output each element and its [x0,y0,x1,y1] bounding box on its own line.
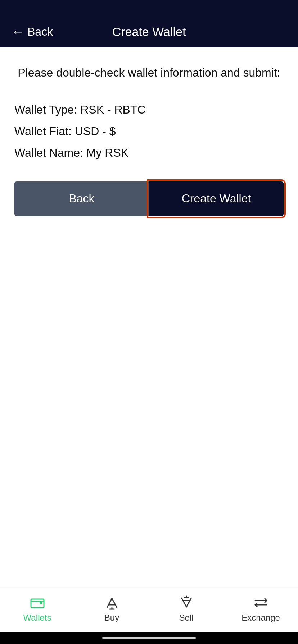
back-label: Back [27,25,53,38]
back-button[interactable]: ← Back [12,24,53,39]
home-indicator [0,632,298,644]
nav-buy-label: Buy [104,613,119,623]
main-content: Please double-check wallet information a… [0,47,298,589]
bottom-navigation: Wallets Buy Sell Exchange [0,589,298,632]
content-spacer [14,216,284,571]
nav-exchange[interactable]: Exchange [224,595,298,623]
header: ← Back Create Wallet [0,16,298,47]
back-step-button[interactable]: Back [14,181,149,216]
nav-wallets-label: Wallets [23,613,51,623]
sell-icon [179,595,194,611]
home-indicator-bar [102,637,196,639]
nav-sell[interactable]: Sell [149,595,224,623]
create-wallet-button[interactable]: Create Wallet [149,181,284,216]
nav-buy[interactable]: Buy [74,595,149,623]
wallet-type: Wallet Type: RSK - RBTC [14,101,284,118]
status-bar [0,0,298,16]
action-buttons: Back Create Wallet [14,181,284,216]
exchange-icon [253,595,269,611]
wallet-fiat: Wallet Fiat: USD - $ [14,123,284,140]
subtitle-text: Please double-check wallet information a… [14,65,284,81]
nav-wallets[interactable]: Wallets [0,595,74,623]
buy-icon [104,595,120,611]
wallets-icon [30,595,45,611]
svg-rect-1 [40,602,42,604]
nav-exchange-label: Exchange [241,613,280,623]
header-title: Create Wallet [112,25,186,39]
back-arrow-icon: ← [12,24,24,39]
wallet-name: Wallet Name: My RSK [14,144,284,161]
nav-sell-label: Sell [179,613,193,623]
wallet-info-section: Wallet Type: RSK - RBTC Wallet Fiat: USD… [14,101,284,161]
